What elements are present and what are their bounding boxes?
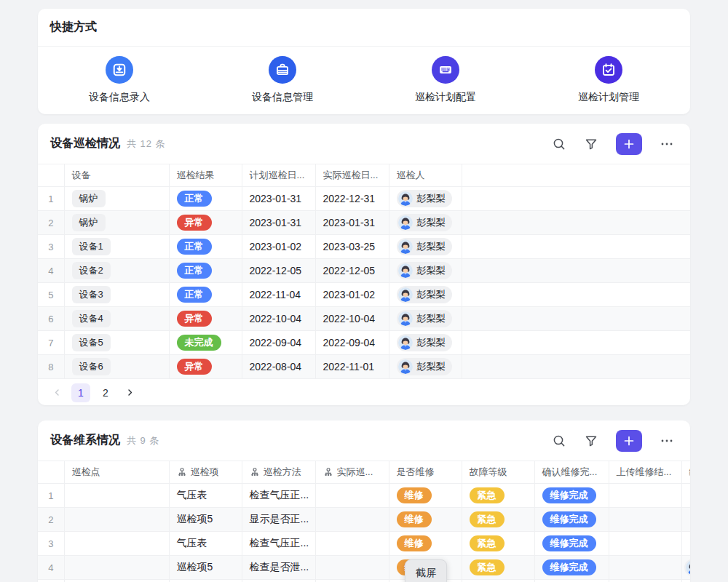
- next-page-icon[interactable]: [121, 384, 138, 402]
- actual-cell[interactable]: [315, 508, 389, 532]
- method-cell[interactable]: 检查是否泄...: [242, 556, 315, 580]
- page-button-2[interactable]: 2: [96, 383, 115, 402]
- repair-cell[interactable]: 维修: [389, 532, 462, 556]
- row-number-header[interactable]: [38, 164, 64, 187]
- confirm-cell[interactable]: 维修完成: [534, 532, 609, 556]
- shortcut-plan-manage[interactable]: 巡检计划管理: [550, 56, 667, 104]
- result-cell[interactable]: 正常: [169, 283, 242, 307]
- column-header-actual[interactable]: 实际巡...: [315, 461, 389, 484]
- level-cell[interactable]: 重要: [462, 580, 534, 582]
- row-number-cell[interactable]: 1: [38, 484, 64, 508]
- actual-cell[interactable]: [315, 484, 389, 508]
- level-cell[interactable]: 紧急: [462, 556, 534, 580]
- point-cell[interactable]: [64, 532, 169, 556]
- column-header-inspector[interactable]: 巡检人: [389, 164, 462, 187]
- add-record-button[interactable]: [616, 430, 642, 452]
- shortcut-plan-config[interactable]: 巡检计划配置: [387, 56, 504, 104]
- result-cell[interactable]: 未完成: [169, 331, 242, 355]
- column-header-point[interactable]: 巡检点: [64, 461, 169, 484]
- column-header-level[interactable]: 故障等级: [462, 461, 534, 484]
- planned-date-cell[interactable]: 2022-10-04: [242, 307, 315, 331]
- device-cell[interactable]: 设备3: [64, 283, 169, 307]
- confirm-cell[interactable]: 维修完成: [534, 556, 609, 580]
- method-cell[interactable]: 显示是否正...: [242, 580, 315, 582]
- actual-date-cell[interactable]: 2022-11-01: [315, 355, 389, 379]
- planned-date-cell[interactable]: 2022-11-04: [242, 283, 315, 307]
- device-cell[interactable]: 设备6: [64, 355, 169, 379]
- device-cell[interactable]: 设备5: [64, 331, 169, 355]
- repairer-cell[interactable]: [681, 508, 690, 532]
- item-cell[interactable]: 巡检项5: [169, 580, 242, 582]
- search-icon[interactable]: [552, 434, 566, 448]
- search-icon[interactable]: [552, 137, 566, 151]
- confirm-cell[interactable]: 维修完成: [534, 508, 609, 532]
- column-header-method[interactable]: 巡检方法: [242, 461, 315, 484]
- level-cell[interactable]: 紧急: [462, 508, 534, 532]
- result-cell[interactable]: 异常: [169, 307, 242, 331]
- column-header-device[interactable]: 设备: [64, 164, 169, 187]
- inspector-cell[interactable]: 彭梨梨: [389, 235, 462, 259]
- item-cell[interactable]: 气压表: [169, 484, 242, 508]
- repairer-cell[interactable]: 彭梨梨: [681, 556, 690, 580]
- actual-cell[interactable]: [315, 556, 389, 580]
- row-number-cell[interactable]: 2: [38, 211, 64, 235]
- prev-page-icon[interactable]: [48, 384, 66, 402]
- upload-cell[interactable]: [609, 556, 681, 580]
- method-cell[interactable]: 检查气压正...: [242, 484, 315, 508]
- planned-date-cell[interactable]: 2023-01-31: [242, 211, 315, 235]
- inspector-cell[interactable]: 彭梨梨: [389, 211, 462, 235]
- row-number-cell[interactable]: 6: [38, 307, 64, 331]
- more-icon[interactable]: [660, 434, 674, 448]
- column-header-result[interactable]: 巡检结果: [169, 164, 242, 187]
- row-number-cell[interactable]: 3: [38, 235, 64, 259]
- item-cell[interactable]: 巡检项5: [169, 556, 242, 580]
- row-number-cell[interactable]: 4: [38, 556, 64, 580]
- point-cell[interactable]: [64, 484, 169, 508]
- row-number-cell[interactable]: 5: [38, 580, 64, 582]
- column-header-confirm[interactable]: 确认维修完...: [534, 461, 609, 484]
- item-cell[interactable]: 气压表: [169, 532, 242, 556]
- row-number-header[interactable]: [38, 461, 64, 484]
- shortcut-device-manage[interactable]: 设备信息管理: [224, 56, 341, 104]
- device-cell[interactable]: 设备1: [64, 235, 169, 259]
- confirm-cell[interactable]: 维修完成: [534, 484, 609, 508]
- inspector-cell[interactable]: 彭梨梨: [389, 307, 462, 331]
- column-header-item[interactable]: 巡检项: [169, 461, 242, 484]
- device-cell[interactable]: 锅炉: [64, 187, 169, 211]
- actual-cell[interactable]: [315, 580, 389, 582]
- column-header-actual-date[interactable]: 实际巡检日...: [315, 164, 389, 187]
- device-cell[interactable]: 设备2: [64, 259, 169, 283]
- result-cell[interactable]: 正常: [169, 187, 242, 211]
- upload-cell[interactable]: [609, 508, 681, 532]
- inspector-cell[interactable]: 彭梨梨: [389, 259, 462, 283]
- filter-icon[interactable]: [584, 434, 598, 448]
- confirm-cell[interactable]: 维修中: [534, 580, 609, 582]
- repairer-cell[interactable]: [681, 484, 690, 508]
- method-cell[interactable]: 检查气压正...: [242, 532, 315, 556]
- actual-date-cell[interactable]: 2022-12-31: [315, 187, 389, 211]
- inspector-cell[interactable]: 彭梨梨: [389, 331, 462, 355]
- actual-date-cell[interactable]: 2022-10-04: [315, 307, 389, 331]
- result-cell[interactable]: 正常: [169, 259, 242, 283]
- repairer-cell[interactable]: [681, 580, 690, 582]
- page-button-1[interactable]: 1: [71, 383, 90, 402]
- row-number-cell[interactable]: 7: [38, 331, 64, 355]
- repair-cell[interactable]: 维修: [389, 508, 462, 532]
- row-number-cell[interactable]: 4: [38, 259, 64, 283]
- device-cell[interactable]: 锅炉: [64, 211, 169, 235]
- level-cell[interactable]: 紧急: [462, 532, 534, 556]
- row-number-cell[interactable]: 3: [38, 532, 64, 556]
- planned-date-cell[interactable]: 2022-12-05: [242, 259, 315, 283]
- repairer-cell[interactable]: [681, 532, 690, 556]
- inspector-cell[interactable]: 彭梨梨: [389, 283, 462, 307]
- repair-cell[interactable]: 维修: [389, 484, 462, 508]
- upload-cell[interactable]: [609, 580, 681, 582]
- device-cell[interactable]: 设备4: [64, 307, 169, 331]
- result-cell[interactable]: 异常: [169, 211, 242, 235]
- item-cell[interactable]: 巡检项5: [169, 508, 242, 532]
- result-cell[interactable]: 异常: [169, 355, 242, 379]
- planned-date-cell[interactable]: 2022-09-04: [242, 331, 315, 355]
- point-cell[interactable]: [64, 580, 169, 582]
- upload-cell[interactable]: [609, 532, 681, 556]
- row-number-cell[interactable]: 2: [38, 508, 64, 532]
